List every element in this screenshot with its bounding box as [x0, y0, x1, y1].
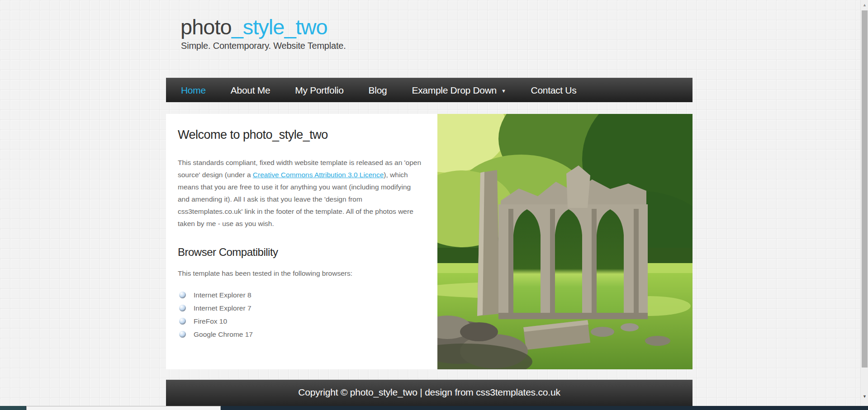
- nav-link-home[interactable]: Home: [181, 85, 206, 96]
- site-tagline: Simple. Contemporary. Website Template.: [181, 41, 346, 51]
- list-item: Internet Explorer 7: [179, 302, 424, 315]
- horizontal-scrollbar-track[interactable]: [0, 406, 868, 410]
- bullet-orb-icon: [179, 331, 186, 338]
- intro-paragraph: This standards compliant, fixed width we…: [178, 156, 424, 230]
- bullet-orb-icon: [179, 305, 186, 311]
- nav-link-contact[interactable]: Contact Us: [531, 85, 577, 96]
- ruins-photo: [437, 114, 693, 369]
- horizontal-scrollbar-left-block: [0, 406, 26, 410]
- nav-link-portfolio[interactable]: My Portfolio: [295, 85, 343, 96]
- browser-name: Internet Explorer 7: [194, 304, 251, 312]
- horizontal-scrollbar-thumb[interactable]: [26, 406, 221, 410]
- nav-item-dropdown: Example Drop Down▼: [412, 85, 506, 96]
- footer-bar: Copyright © photo_style_two | design fro…: [166, 380, 693, 406]
- copyright-text: Copyright © photo_style_two | design fro…: [298, 387, 560, 397]
- creative-commons-link[interactable]: Creative Commons Attribution 3.0 Licence: [253, 171, 384, 179]
- page-background: { "header": { "logo_primary": "photo", "…: [0, 0, 868, 410]
- list-item: Internet Explorer 8: [179, 288, 424, 302]
- scroll-up-arrow-icon[interactable]: ▲: [861, 3, 868, 7]
- logo-primary: photo: [180, 15, 232, 39]
- nav-item-blog: Blog: [369, 85, 387, 96]
- nav-link-blog[interactable]: Blog: [369, 85, 387, 96]
- browser-name: FireFox 10: [194, 317, 227, 325]
- chevron-down-icon: ▼: [501, 87, 506, 94]
- bullet-orb-icon: [179, 318, 186, 325]
- main-navigation: Home About Me My Portfolio Blog Example …: [166, 78, 693, 102]
- nav-item-about: About Me: [231, 85, 270, 96]
- nav-item-contact: Contact Us: [531, 85, 577, 96]
- browser-list: Internet Explorer 8 Internet Explorer 7 …: [178, 288, 424, 341]
- nav-link-dropdown[interactable]: Example Drop Down▼: [412, 85, 506, 96]
- site-logo: photo_style_two: [180, 16, 327, 38]
- welcome-heading: Welcome to photo_style_two: [178, 128, 424, 142]
- nav-item-portfolio: My Portfolio: [295, 85, 343, 96]
- vertical-scrollbar-track[interactable]: ▲ ▼: [860, 0, 868, 406]
- nav-item-home: Home: [181, 85, 206, 96]
- scroll-down-arrow-icon[interactable]: ▼: [861, 394, 868, 399]
- nav-dropdown-label: Example Drop Down: [412, 85, 496, 96]
- bullet-orb-icon: [179, 292, 186, 298]
- browser-name: Google Chrome 17: [194, 330, 253, 339]
- browser-name: Internet Explorer 8: [194, 291, 251, 299]
- intro-text-after: ), which means that you are free to use …: [178, 171, 413, 227]
- content-panel: Welcome to photo_style_two This standard…: [166, 114, 693, 369]
- browser-intro-text: This template has been tested in the fol…: [178, 269, 424, 278]
- vertical-scrollbar-thumb[interactable]: [862, 10, 868, 368]
- content-text-column: Welcome to photo_style_two This standard…: [178, 114, 424, 341]
- list-item: Google Chrome 17: [179, 328, 424, 341]
- nav-list: Home About Me My Portfolio Blog Example …: [166, 78, 693, 102]
- nav-link-about[interactable]: About Me: [231, 85, 270, 96]
- logo-accent: _style_two: [232, 15, 327, 39]
- list-item: FireFox 10: [179, 315, 424, 328]
- browser-compatibility-heading: Browser Compatibility: [178, 246, 424, 259]
